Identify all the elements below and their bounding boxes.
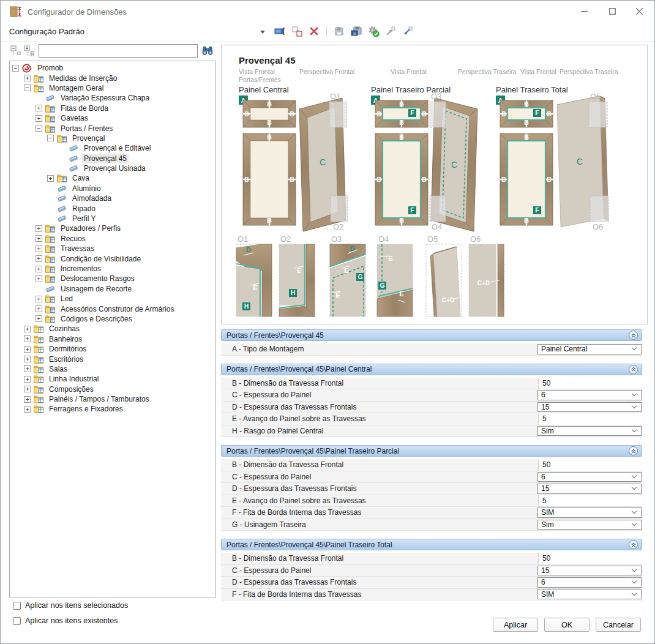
expand-icon[interactable] (24, 386, 31, 392)
tree-item-ferragens-e-fixadores[interactable]: Ferragens e Fixadores (10, 404, 215, 414)
tree-item-cava[interactable]: Cava (10, 173, 215, 183)
expand-icon[interactable] (24, 396, 31, 403)
expand-icon[interactable] (24, 75, 31, 81)
expand-icon[interactable] (24, 346, 31, 353)
expand-icon[interactable] (24, 365, 31, 372)
configuration-dropdown-arrow-icon[interactable] (260, 31, 265, 34)
parameter-value-input[interactable]: 50 (538, 459, 642, 471)
parameter-value-input[interactable]: 50 (538, 378, 642, 389)
collapse-icon[interactable] (12, 65, 19, 72)
collapse-section-button[interactable] (629, 446, 638, 455)
tree-item-escrit-rios[interactable]: Escritórios (10, 354, 215, 364)
expand-icon[interactable] (36, 235, 42, 242)
expand-icon[interactable] (47, 175, 54, 182)
tree-item-usinagem-de-recorte[interactable]: Usinagem de Recorte (10, 284, 215, 294)
parameter-value-input[interactable]: 50 (538, 553, 642, 564)
tree-item-composi-es[interactable]: Composições (10, 384, 215, 394)
tree-item-incrementos[interactable]: Incrementos (10, 264, 215, 274)
ok-button[interactable]: OK (544, 618, 590, 632)
expand-icon[interactable] (36, 225, 42, 232)
tree-item-montagem-geral[interactable]: Montagem Geral (10, 83, 215, 93)
minimize-button[interactable] (570, 2, 598, 20)
close-button[interactable] (625, 2, 653, 20)
tree-item-almofadada[interactable]: Almofadada (10, 193, 215, 203)
expand-icon[interactable] (24, 335, 31, 342)
expand-icon[interactable] (36, 296, 42, 302)
parameter-value-dropdown[interactable]: SIM (537, 590, 642, 600)
expand-icon[interactable] (36, 245, 42, 252)
checkbox-aplicar-nos-itens-selecionados[interactable]: Aplicar nos itens selecionados (13, 601, 128, 610)
tree-item-c-digos-e-descri-es[interactable]: Códigos e Descrições (10, 314, 215, 324)
tree-item-banheiros[interactable]: Banheiros (10, 334, 215, 344)
delete-configuration-icon[interactable] (308, 25, 320, 37)
tree-item-alum-nio[interactable]: Alumínio (10, 184, 215, 193)
save-configuration-as-icon[interactable]: a (350, 25, 362, 37)
expand-icon[interactable] (24, 326, 31, 332)
tree-item-proven-al-45[interactable]: Provençal 45 (10, 154, 215, 163)
configuration-selector[interactable]: Configuração Padrão (9, 27, 254, 36)
parameter-value-dropdown[interactable]: 15 (537, 566, 642, 576)
checkbox-aplicar-nos-itens-existentes[interactable]: Aplicar nos itens existentes (13, 616, 128, 625)
collapse-icon[interactable] (24, 84, 31, 91)
collapse-section-button[interactable] (629, 365, 638, 374)
search-binoculars-icon[interactable] (201, 45, 214, 57)
tree-item-acess-rios-construtor-de-arm-rios[interactable]: Acessórios Construtor de Armários (10, 304, 215, 313)
expand-icon[interactable] (36, 275, 42, 282)
tree-search-input[interactable] (39, 44, 198, 58)
tree-item-gavetas[interactable]: Gavetas (10, 113, 215, 123)
expand-icon[interactable] (24, 406, 31, 413)
apply-configuration-icon[interactable] (367, 25, 380, 37)
tree-item-puxadores-perfis[interactable]: Puxadores / Perfis (10, 223, 215, 233)
expand-icon[interactable] (36, 266, 42, 272)
tree-item-led[interactable]: Led (10, 294, 215, 304)
parameter-value-dropdown[interactable]: 6 (537, 577, 642, 588)
parameter-value-dropdown[interactable]: Sim (537, 426, 642, 436)
parameter-value-dropdown[interactable]: 6 (537, 390, 642, 400)
tree-item-linha-industrial[interactable]: Linha Industrial (10, 374, 215, 384)
import-configuration-icon[interactable] (402, 25, 414, 37)
apply-button[interactable]: Aplicar (493, 618, 538, 632)
expand-icon[interactable] (36, 305, 42, 312)
tree-item-ripado[interactable]: Ripado (10, 203, 215, 213)
cancel-button[interactable]: Cancelar (596, 618, 641, 632)
collapse-section-button[interactable] (629, 331, 638, 340)
parameter-value-dropdown[interactable]: Painel Central (537, 344, 642, 354)
tree-item-proven-al[interactable]: Provençal (10, 133, 215, 143)
checkbox-icon[interactable] (13, 602, 21, 610)
parameter-value-dropdown[interactable]: 15 (537, 402, 642, 413)
duplicate-configuration-icon[interactable] (291, 25, 303, 37)
tree-item-condi-o-de-visibilidade[interactable]: Condição de Visibilidade (10, 253, 215, 263)
tree-item-deslocamento-rasgos[interactable]: Deslocamento Rasgos (10, 274, 215, 283)
expand-icon[interactable] (36, 115, 42, 122)
parameter-value-dropdown[interactable]: SIM (537, 507, 642, 518)
tree-item-perfil-y[interactable]: Perfil Y (10, 214, 215, 223)
tree-item-recuos[interactable]: Recuos (10, 234, 215, 244)
tree-item-salas[interactable]: Salas (10, 364, 215, 374)
collapse-icon[interactable] (36, 125, 42, 132)
tree-item-proven-al-e-edit-vel[interactable]: Provençal e Editável (10, 143, 215, 153)
rename-configuration-icon[interactable] (274, 25, 286, 37)
expand-icon[interactable] (36, 105, 42, 111)
parameter-value-dropdown[interactable]: Sim (537, 520, 642, 530)
expand-icon[interactable] (36, 315, 42, 322)
tree-item-fitas-de-borda[interactable]: Fitas de Borda (10, 103, 215, 113)
maximize-button[interactable] (598, 2, 626, 20)
expand-all-icon[interactable] (24, 45, 35, 56)
parameter-value-input[interactable]: 5 (538, 413, 642, 425)
parameter-value-dropdown[interactable]: 15 (537, 484, 642, 494)
expand-icon[interactable] (24, 376, 31, 383)
tree-item-portas-frentes[interactable]: Portas / Frentes (10, 123, 215, 133)
tree-item-cozinhas[interactable]: Cozinhas (10, 324, 215, 334)
checkbox-icon[interactable] (13, 617, 21, 625)
parameter-value-input[interactable]: 5 (538, 495, 642, 507)
tree-item-dormit-rios[interactable]: Dormitórios (10, 344, 215, 354)
tree-item-varia-o-espessura-chapa[interactable]: Variação Espessura Chapa (10, 93, 215, 103)
tree-item-promob[interactable]: Promob (10, 63, 215, 73)
tree-item-pain-is-tampos-tamburatos[interactable]: Painéis / Tampos / Tamburatos (10, 394, 215, 404)
tree-item-travessas[interactable]: Travessas (10, 244, 215, 253)
expand-icon[interactable] (36, 255, 42, 262)
collapse-icon[interactable] (47, 135, 54, 141)
parameter-value-dropdown[interactable]: 6 (537, 472, 642, 482)
collapse-section-button[interactable] (629, 540, 638, 549)
tree-item-proven-al-usinada[interactable]: Provençal Usinada (10, 163, 215, 173)
